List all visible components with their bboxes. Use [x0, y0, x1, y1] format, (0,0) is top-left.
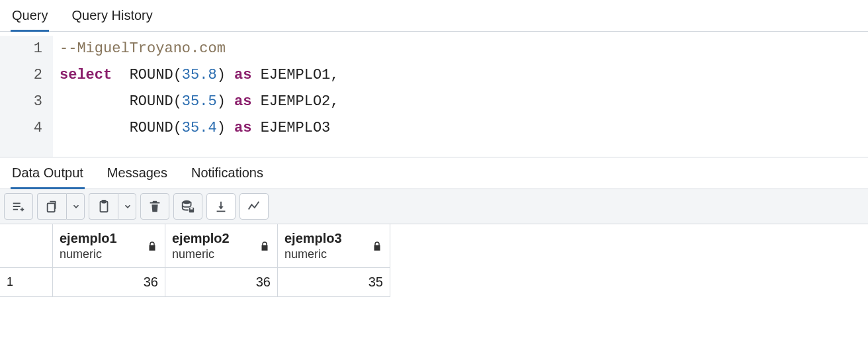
copy-icon [45, 199, 60, 214]
column-type: numeric [60, 247, 142, 262]
svg-rect-4 [191, 208, 193, 210]
paste-menu-button[interactable] [118, 193, 136, 220]
chart-button[interactable] [239, 193, 269, 220]
sql-editor[interactable]: 1234 --MiguelTroyano.comselect ROUND(35.… [0, 32, 868, 157]
tab-messages[interactable]: Messages [106, 159, 169, 189]
code-line: ROUND(35.4) as EJEMPLO3 [60, 115, 339, 142]
save-data-button[interactable] [173, 193, 202, 220]
column-header[interactable]: ejemplo2numeric [165, 224, 278, 268]
column-type: numeric [172, 247, 255, 262]
code-line: select ROUND(35.8) as EJEMPLO1, [60, 62, 339, 89]
download-button[interactable] [206, 193, 236, 220]
cell[interactable]: 35 [278, 268, 390, 297]
column-header-index [0, 224, 53, 268]
line-number: 3 [0, 89, 42, 115]
output-tabbar: Data Output Messages Notifications [0, 157, 868, 189]
database-save-icon [181, 199, 195, 214]
paste-button[interactable] [89, 193, 118, 220]
chevron-down-icon [71, 202, 81, 211]
add-row-icon [11, 199, 26, 214]
cell[interactable]: 36 [165, 268, 278, 297]
editor-gutter: 1234 [0, 36, 53, 157]
tab-notifications[interactable]: Notifications [190, 159, 265, 189]
line-number: 4 [0, 115, 42, 142]
download-icon [214, 199, 228, 214]
copy-menu-button[interactable] [66, 193, 85, 220]
row-number[interactable]: 1 [0, 268, 53, 297]
column-name: ejemplo2 [172, 230, 255, 247]
lock-icon [146, 240, 158, 252]
line-number: 1 [0, 36, 42, 62]
column-type: numeric [284, 247, 367, 262]
copy-button[interactable] [37, 193, 66, 220]
lock-icon [371, 240, 383, 252]
cell[interactable]: 36 [53, 268, 165, 297]
trash-icon [148, 199, 162, 214]
tab-query[interactable]: Query [11, 1, 49, 31]
lock-icon [259, 240, 271, 252]
paste-icon [97, 199, 111, 214]
svg-rect-1 [102, 200, 106, 203]
tab-query-history[interactable]: Query History [70, 1, 153, 31]
column-header[interactable]: ejemplo3numeric [278, 224, 390, 268]
svg-point-2 [183, 200, 191, 204]
column-name: ejemplo3 [284, 230, 367, 247]
editor-code[interactable]: --MiguelTroyano.comselect ROUND(35.8) as… [53, 36, 339, 157]
column-header[interactable]: ejemplo1numeric [53, 224, 165, 268]
result-grid: ejemplo1numericejemplo2numericejemplo3nu… [0, 224, 868, 297]
delete-button[interactable] [140, 193, 169, 220]
chevron-down-icon [123, 202, 132, 211]
paste-split-button [89, 193, 136, 220]
column-name: ejemplo1 [60, 230, 142, 247]
code-line: --MiguelTroyano.com [60, 36, 339, 62]
chart-line-icon [247, 199, 261, 214]
tab-data-output[interactable]: Data Output [11, 159, 85, 189]
line-number: 2 [0, 62, 42, 89]
editor-tabbar: Query Query History [0, 0, 868, 32]
code-line: ROUND(35.5) as EJEMPLO2, [60, 89, 339, 115]
copy-split-button [37, 193, 85, 220]
output-toolbar [0, 189, 868, 224]
add-row-button[interactable] [4, 193, 33, 220]
